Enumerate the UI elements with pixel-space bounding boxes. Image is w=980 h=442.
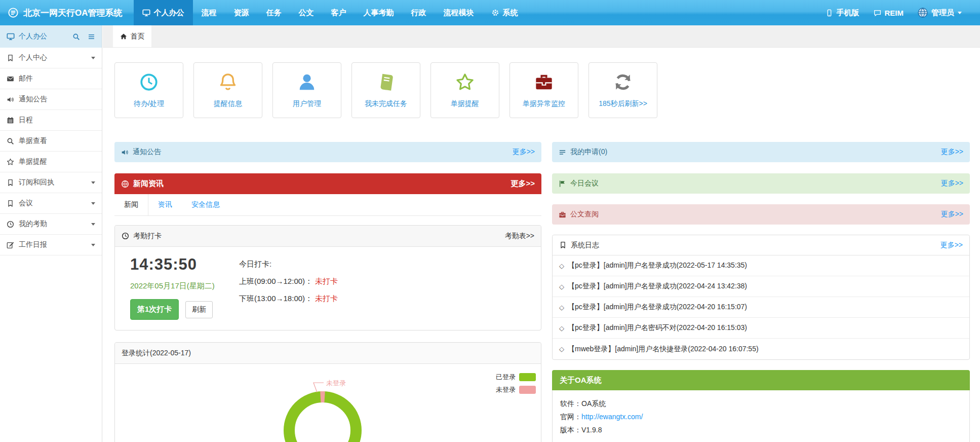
home-icon xyxy=(120,33,127,40)
legend-label: 未登录 xyxy=(496,385,516,394)
about-label: 官网： xyxy=(560,413,581,421)
nav-item-label: 客户 xyxy=(331,8,346,18)
mobile-version-link[interactable]: 手机版 xyxy=(818,0,867,25)
log-row[interactable]: ◇ 【pc登录】[admin]用户名登录成功(2022-04-20 16:15:… xyxy=(553,297,969,318)
refresh-button[interactable]: 刷新 xyxy=(185,301,213,318)
nav-item-workflow[interactable]: 流程 xyxy=(193,0,225,25)
panel-document-review: 公文查阅 更多>> xyxy=(552,204,970,225)
monitor-icon xyxy=(142,9,150,17)
search-icon xyxy=(7,137,14,145)
attendance-sheet-link[interactable]: 考勤表>> xyxy=(505,232,534,241)
punch-in-button[interactable]: 第1次打卡 xyxy=(130,299,179,320)
log-row[interactable]: ◇ 【pc登录】[admin]用户名密码不对(2022-04-20 16:15:… xyxy=(553,318,969,339)
sidebar-title: 个人办公 xyxy=(19,32,47,41)
about-software-row: 软件：OA系统 xyxy=(560,397,962,410)
bell-icon xyxy=(218,72,238,92)
nav-item-hr-attendance[interactable]: 人事考勤 xyxy=(355,0,403,25)
card-form-reminders[interactable]: 单据提醒 xyxy=(430,62,499,118)
sidebar-item-label: 我的考勤 xyxy=(19,219,47,229)
card-auto-refresh[interactable]: 185秒后刷新>> xyxy=(589,62,657,118)
more-link[interactable]: 更多>> xyxy=(941,179,963,188)
card-reminders[interactable]: 提醒信息 xyxy=(193,62,262,118)
more-link[interactable]: 更多>> xyxy=(511,179,535,189)
reim-link[interactable]: REIM xyxy=(867,0,911,25)
card-todo[interactable]: 待办/处理 xyxy=(114,62,183,118)
nav-item-personal-office[interactable]: 个人办公 xyxy=(134,0,193,25)
news-tab-info[interactable]: 资讯 xyxy=(148,194,182,215)
clock-icon xyxy=(139,72,159,92)
nav-item-system[interactable]: 系统 xyxy=(483,0,527,25)
nav-item-resources[interactable]: 资源 xyxy=(225,0,258,25)
avatar xyxy=(918,8,928,18)
website-link[interactable]: http://ewangtx.com/ xyxy=(581,413,643,421)
menu-bars-icon[interactable] xyxy=(88,33,95,41)
sidebar-item-announcements[interactable]: 通知公告 xyxy=(0,89,102,110)
news-tab-news[interactable]: 新闻 xyxy=(114,194,148,215)
more-link[interactable]: 更多>> xyxy=(941,148,963,157)
app-title: 北京一网天行OA管理系统 xyxy=(23,7,123,19)
about-version-row: 版本：V1.9.8 xyxy=(560,423,962,436)
panel-attendance-punch: 考勤打卡 考勤表>> 14:35:50 2022年05月17日(星期二) 第1次… xyxy=(114,225,541,330)
panel-news: 新闻资讯 更多>> 新闻 资讯 安全信息 xyxy=(114,173,541,216)
sidebar-item-mail[interactable]: 邮件 xyxy=(0,68,102,89)
nav-item-label: 流程模块 xyxy=(444,8,474,18)
content-columns: 通知公告 更多>> 新闻资讯 更多>> 新闻 资讯 安全信息 考勤打卡 xyxy=(114,142,980,442)
refresh-icon xyxy=(613,72,633,92)
card-user-management[interactable]: 用户管理 xyxy=(272,62,341,118)
sidebar-item-meetings[interactable]: 会议 xyxy=(0,193,102,214)
news-tab-security[interactable]: 安全信息 xyxy=(182,194,229,215)
log-row[interactable]: ◇ 【pc登录】[admin]用户名登录成功(2022-04-24 13:42:… xyxy=(553,276,969,297)
sidebar-item-label: 会议 xyxy=(19,199,33,208)
book-icon xyxy=(376,72,396,92)
shift-afternoon: 下班(13:00→18:00)：未打卡 xyxy=(239,294,338,304)
attendance-body: 14:35:50 2022年05月17日(星期二) 第1次打卡 刷新 今日打卡:… xyxy=(115,247,541,330)
nav-item-workflow-module[interactable]: 流程模块 xyxy=(435,0,483,25)
tab-home[interactable]: 首页 xyxy=(113,25,151,47)
legend-item-logged-in[interactable]: 已登录 xyxy=(496,373,536,382)
right-column: 我的申请(0) 更多>> 今日会议 更多>> 公文查阅 更多>> 系统日志 更多… xyxy=(552,142,970,442)
more-link[interactable]: 更多>> xyxy=(940,241,963,250)
more-link[interactable]: 更多>> xyxy=(941,210,963,219)
sidebar-item-view-forms[interactable]: 单据查看 xyxy=(0,131,102,152)
sidebar-item-work-report[interactable]: 工作日报 xyxy=(0,235,102,255)
nav-item-documents[interactable]: 公文 xyxy=(290,0,323,25)
legend-item-not-logged-in[interactable]: 未登录 xyxy=(496,385,536,394)
log-row[interactable]: ◇ 【mweb登录】[admin]用户名快捷登录(2022-04-20 16:0… xyxy=(553,339,969,359)
more-link[interactable]: 更多>> xyxy=(513,148,535,157)
nav-item-administration[interactable]: 行政 xyxy=(403,0,435,25)
nav-item-customers[interactable]: 客户 xyxy=(323,0,355,25)
log-entry: 【pc登录】[admin]用户名登录成功(2022-04-20 16:15:07… xyxy=(568,303,747,312)
card-label: 提醒信息 xyxy=(214,99,242,108)
log-row[interactable]: ◇ 【pc登录】[admin]用户名登录成功(2022-05-17 14:35:… xyxy=(553,255,969,276)
sidebar-item-personal-center[interactable]: 个人中心 xyxy=(0,48,102,68)
search-icon[interactable] xyxy=(72,33,80,41)
user-menu[interactable]: 管理员 xyxy=(911,0,969,25)
nav-item-label: 个人办公 xyxy=(154,8,184,18)
sidebar-item-subscriptions[interactable]: 订阅和回执 xyxy=(0,172,102,193)
nav-item-label: 公文 xyxy=(299,8,314,18)
sidebar-header: 个人办公 xyxy=(0,25,102,48)
card-form-anomaly-monitor[interactable]: 单据异常监控 xyxy=(509,62,578,118)
star-icon xyxy=(455,72,475,92)
about-header: 关于OA系统 xyxy=(552,370,970,390)
card-unfinished-tasks[interactable]: 我未完成任务 xyxy=(351,62,420,118)
login-stats-header: 登录统计(2022-05-17) xyxy=(115,343,541,364)
nav-item-tasks[interactable]: 任务 xyxy=(258,0,290,25)
sidebar-item-my-attendance[interactable]: 我的考勤 xyxy=(0,214,102,235)
status-badge: 未打卡 xyxy=(315,277,338,285)
sidebar-item-schedule[interactable]: 日程 xyxy=(0,110,102,131)
chevron-down-icon xyxy=(91,223,95,228)
panel-title: 我的申请(0) xyxy=(570,148,607,157)
app-brand[interactable]: 北京一网天行OA管理系统 xyxy=(0,0,134,25)
envelope-icon xyxy=(7,75,14,83)
tab-home-label: 首页 xyxy=(131,32,145,41)
panel-announcements: 通知公告 更多>> xyxy=(114,142,541,162)
chart-annotation: 未登录 xyxy=(326,379,346,387)
diamond-icon: ◇ xyxy=(559,283,564,290)
attendance-header: 考勤打卡 考勤表>> xyxy=(115,226,541,247)
sidebar-item-label: 日程 xyxy=(19,116,33,125)
attendance-clock-block: 14:35:50 2022年05月17日(星期二) 第1次打卡 刷新 xyxy=(130,255,232,320)
nav-item-label: 行政 xyxy=(411,8,426,18)
calendar-icon xyxy=(7,117,14,124)
sidebar-item-form-reminders[interactable]: 单据提醒 xyxy=(0,152,102,172)
